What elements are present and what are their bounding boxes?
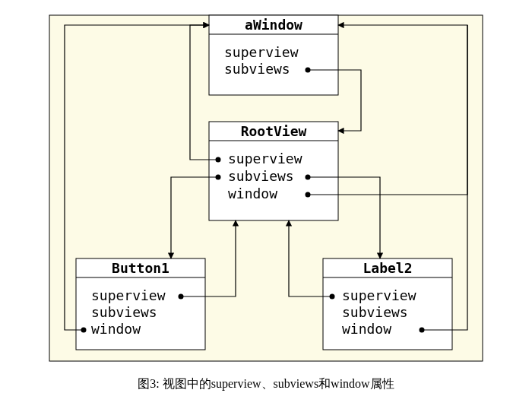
button1-prop-window: window — [91, 321, 141, 337]
view-hierarchy-diagram: aWindow superview subviews RootView supe… — [0, 0, 532, 409]
label2-prop-window: window — [342, 321, 391, 337]
button1-title: Button1 — [112, 260, 169, 276]
rootview-prop-window: window — [228, 185, 277, 201]
label2-prop-subviews: subviews — [342, 304, 408, 320]
rootview-prop-superview: superview — [228, 151, 302, 166]
label2-prop-superview: superview — [342, 287, 416, 303]
node-awindow: aWindow superview subviews — [209, 15, 338, 95]
node-label2: Label2 superview subviews window — [323, 258, 452, 350]
node-rootview: RootView superview subviews window — [209, 122, 338, 220]
awindow-prop-superview: superview — [224, 44, 299, 60]
awindow-prop-subviews: subviews — [224, 61, 290, 77]
figure-caption: 图3: 视图中的superview、subviews和window属性 — [138, 377, 394, 391]
button1-prop-subviews: subviews — [91, 304, 157, 320]
awindow-title: aWindow — [245, 17, 302, 33]
label2-title: Label2 — [363, 260, 412, 276]
rootview-prop-subviews: subviews — [228, 168, 294, 184]
button1-prop-superview: superview — [91, 287, 166, 303]
node-button1: Button1 superview subviews window — [76, 258, 205, 350]
rootview-title: RootView — [241, 123, 307, 139]
